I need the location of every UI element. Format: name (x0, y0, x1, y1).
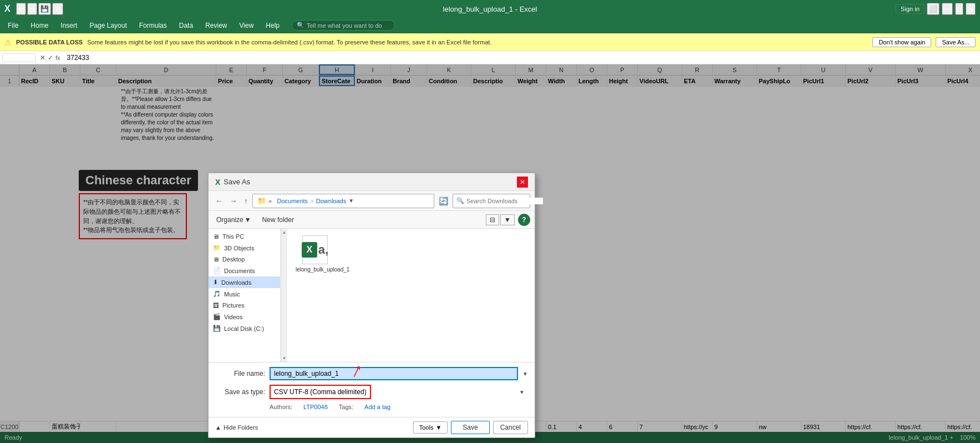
refresh-button[interactable]: 🔄 (436, 195, 450, 207)
nav-pictures[interactable]: 🖼 Pictures (209, 300, 280, 311)
quick-access-toolbar: ↩ ↪ 💾 ▼ (16, 3, 63, 15)
savetype-select[interactable]: CSV UTF-8 (Comma delimited) (270, 385, 371, 399)
nav-music[interactable]: 🎵 Music (209, 288, 280, 300)
cell-reference-box[interactable] (2, 53, 35, 62)
help-button[interactable]: ? (518, 214, 530, 226)
nav-local-disk[interactable]: 💾 Local Disk (C:) (209, 323, 280, 334)
tab-review[interactable]: Review (200, 19, 232, 32)
3d-objects-label: 3D Objects (224, 245, 254, 251)
view-dropdown-button[interactable]: ▼ (500, 214, 515, 225)
nav-downloads[interactable]: ⬇ Downloads (209, 276, 280, 288)
breadcrumb-documents[interactable]: Documents (277, 198, 308, 204)
ribbon-search[interactable]: 🔍 (292, 20, 395, 31)
3d-objects-icon: 📁 (213, 244, 221, 251)
file-letter-a: a, (318, 243, 328, 257)
warning-label: POSSIBLE DATA LOSS (16, 39, 83, 46)
tools-label: Tools (419, 424, 434, 431)
view-buttons: ⊟ ▼ (486, 214, 515, 225)
nav-up-button[interactable]: ↑ (242, 195, 250, 207)
ribbon-search-input[interactable] (307, 22, 390, 29)
this-pc-label: This PC (222, 233, 244, 240)
formula-icons: ✕ ✓ fx (38, 54, 63, 62)
dialog-excel-icon: X (215, 178, 220, 187)
scroll-down-button[interactable]: ▼ (281, 355, 288, 362)
ribbon-toggle-button[interactable]: ⬜ (927, 3, 940, 15)
excel-badge: X (302, 242, 317, 258)
organize-label: Organize (216, 216, 243, 224)
desktop-label: Desktop (222, 256, 245, 263)
confirm-formula-icon[interactable]: ✓ (48, 54, 53, 62)
authors-value[interactable]: LTP0048 (303, 404, 328, 410)
savetype-label: Save as type: (215, 388, 265, 396)
nav-forward-button[interactable]: → (227, 195, 240, 207)
warning-bar: ⚠ POSSIBLE DATA LOSS Some features might… (0, 33, 980, 51)
title-bar-left: X ↩ ↪ 💾 ▼ (4, 3, 63, 15)
file-item-lelong[interactable]: X a, lelong_bulk_upload_1 (293, 233, 337, 275)
tab-formulas[interactable]: Formulas (134, 19, 172, 32)
hide-folders-arrow: ▲ (215, 424, 221, 431)
warning-icon: ⚠ (4, 38, 12, 47)
filename-input[interactable] (270, 367, 518, 380)
music-icon: 🎵 (213, 290, 221, 298)
customize-qat-button[interactable]: ▼ (52, 3, 63, 15)
tab-home[interactable]: Home (25, 19, 54, 32)
redo-button[interactable]: ↪ (27, 3, 37, 15)
save-quick-button[interactable]: 💾 (38, 3, 51, 15)
documents-icon: 📄 (213, 267, 221, 274)
tab-data[interactable]: Data (174, 19, 199, 32)
tab-insert[interactable]: Insert (55, 19, 83, 32)
save-button[interactable]: Save (451, 421, 489, 434)
documents-label: Documents (224, 268, 255, 274)
tab-view[interactable]: View (234, 19, 260, 32)
tab-pagelayout[interactable]: Page Layout (84, 19, 132, 32)
scroll-up-button[interactable]: ▲ (281, 229, 288, 236)
tools-dropdown-icon: ▼ (435, 424, 441, 431)
close-button[interactable]: ✕ (966, 3, 976, 15)
savetype-row: Save as type: CSV UTF-8 (Comma delimited… (215, 385, 528, 399)
downloads-icon: ⬇ (213, 279, 218, 286)
nav-videos[interactable]: 🎬 Videos (209, 311, 280, 323)
insert-function-icon[interactable]: fx (55, 54, 60, 61)
file-name-label: lelong_bulk_upload_1 (296, 266, 334, 273)
local-disk-label: Local Disk (C:) (224, 325, 264, 332)
pictures-label: Pictures (222, 302, 245, 309)
maximize-button[interactable]: □ (955, 3, 963, 15)
organize-button[interactable]: Organize ▼ (213, 214, 255, 225)
dialog-toolbar: Organize ▼ New folder ⊟ ▼ ? (209, 211, 535, 229)
downloads-label: Downloads (221, 279, 251, 286)
save-as-dialog: X Save As ✕ ← → ↑ 📁 « Documents › Downlo… (208, 173, 535, 438)
breadcrumb-expand[interactable]: « (268, 198, 272, 204)
breadcrumb-arrow: › (311, 197, 313, 205)
hide-folders-button[interactable]: ▲ Hide Folders (215, 424, 258, 431)
nav-back-button[interactable]: ← (213, 195, 225, 207)
undo-button[interactable]: ↩ (16, 3, 26, 15)
minimize-button[interactable]: — (942, 3, 953, 15)
nav-this-pc[interactable]: 🖥 This PC (209, 231, 280, 242)
view-options-button[interactable]: ⊟ (486, 214, 499, 225)
nav-documents[interactable]: 📄 Documents (209, 265, 280, 276)
dialog-title-text: Save As (224, 178, 250, 186)
formula-input[interactable] (65, 54, 978, 62)
signin-button[interactable]: Sign in (896, 4, 925, 14)
nav-3d-objects[interactable]: 📁 3D Objects (209, 242, 280, 254)
save-as-warning-button[interactable]: Save As... (936, 37, 976, 47)
window-title: lelong_bulk_upload_1 - Excel (443, 5, 537, 13)
dont-show-again-button[interactable]: Don't show again (872, 37, 931, 47)
tools-button[interactable]: Tools ▼ (413, 421, 448, 434)
breadcrumb-downloads[interactable]: Downloads (316, 198, 346, 204)
left-nav: 🖥 This PC 📁 3D Objects 🖥 Desktop 📄 Docum… (209, 229, 281, 362)
cancel-button[interactable]: Cancel (493, 421, 528, 434)
cancel-formula-icon[interactable]: ✕ (40, 54, 45, 62)
tags-input[interactable]: Add a tag (364, 404, 390, 410)
music-label: Music (224, 291, 240, 298)
search-input[interactable] (466, 198, 543, 204)
tab-help[interactable]: Help (260, 19, 285, 32)
nav-desktop[interactable]: 🖥 Desktop (209, 254, 280, 265)
new-folder-button[interactable]: New folder (258, 214, 298, 225)
dialog-close-button[interactable]: ✕ (517, 177, 528, 188)
savetype-dropdown-icon: ▼ (519, 389, 525, 395)
tab-file[interactable]: File (2, 19, 24, 32)
warning-message: Some features might be lost if you save … (87, 39, 868, 46)
breadcrumb-dropdown-button[interactable]: ▼ (348, 198, 354, 204)
search-box[interactable]: 🔍 (453, 194, 530, 208)
